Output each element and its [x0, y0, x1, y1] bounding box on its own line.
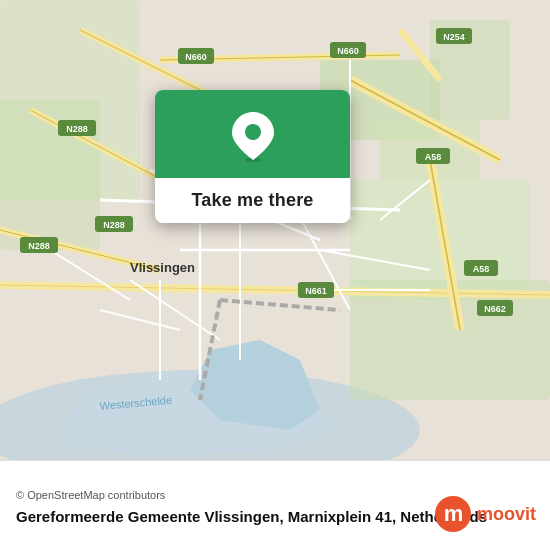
moovit-text: moovit [477, 504, 536, 525]
svg-text:N661: N661 [305, 286, 327, 296]
svg-text:A58: A58 [473, 264, 490, 274]
svg-text:N254: N254 [443, 32, 465, 42]
svg-text:Vlissingen: Vlissingen [130, 260, 195, 275]
popup-card: Take me there [155, 90, 350, 223]
take-me-there-button[interactable]: Take me there [191, 190, 313, 211]
attribution-label: © OpenStreetMap contributors [16, 489, 165, 501]
svg-text:N660: N660 [185, 52, 207, 62]
popup-card-body: Take me there [155, 178, 350, 223]
map-container: N288 N288 N288 N660 N660 N254 A58 A58 N6… [0, 0, 550, 460]
svg-text:N288: N288 [103, 220, 125, 230]
svg-point-66 [245, 124, 261, 140]
bottom-bar: © OpenStreetMap contributors Gereformeer… [0, 460, 550, 550]
moovit-logo: m moovit [435, 496, 536, 532]
location-pin-icon [231, 110, 275, 162]
svg-text:N288: N288 [66, 124, 88, 134]
svg-text:A58: A58 [425, 152, 442, 162]
popup-card-header [155, 90, 350, 178]
map-svg: N288 N288 N288 N660 N660 N254 A58 A58 N6… [0, 0, 550, 460]
svg-text:N288: N288 [28, 241, 50, 251]
svg-text:N662: N662 [484, 304, 506, 314]
moovit-m-icon: m [435, 496, 471, 532]
svg-text:N660: N660 [337, 46, 359, 56]
